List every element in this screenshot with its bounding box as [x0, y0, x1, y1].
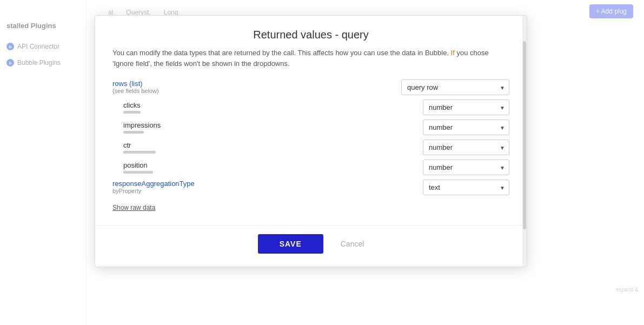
response-aggregation-sub: byProperty [112, 188, 195, 194]
response-aggregation-select[interactable]: text number boolean Ignore field [423, 180, 509, 195]
clicks-select[interactable]: number text boolean Ignore field [423, 100, 509, 115]
clicks-select-wrapper[interactable]: number text boolean Ignore field ▼ [423, 100, 509, 115]
field-info-impressions: impressions [123, 121, 161, 134]
field-name-clicks: clicks [123, 101, 141, 109]
field-name-position: position [123, 161, 153, 169]
ctr-select-wrapper[interactable]: number text boolean Ignore field ▼ [423, 140, 509, 155]
field-info-position: position [123, 161, 153, 174]
field-bar-position [123, 171, 153, 174]
modal-scrollbar-thumb [523, 41, 526, 229]
cancel-button[interactable]: Cancel [341, 240, 364, 248]
response-aggregation-select-wrapper[interactable]: text number boolean Ignore field ▼ [423, 180, 509, 195]
rows-label: rows (list) (see fields below) [112, 79, 159, 94]
modal-body: You can modify the data types that are r… [95, 48, 527, 221]
rows-select[interactable]: query row text number boolean Ignore fie… [401, 79, 509, 95]
field-info-ctr: ctr [123, 141, 156, 154]
field-info-clicks: clicks [123, 101, 141, 114]
modal-description-text: You can modify the data types that are r… [112, 49, 451, 57]
field-bar-ctr [123, 151, 156, 154]
impressions-select[interactable]: number text boolean Ignore field [423, 120, 509, 135]
modal-description: You can modify the data types that are r… [112, 48, 509, 69]
save-button[interactable]: SAVE [258, 234, 323, 254]
field-bar-impressions [123, 131, 144, 134]
response-aggregation-row: responseAggregationType byProperty text … [112, 180, 509, 195]
field-bar-clicks [123, 111, 141, 114]
response-aggregation-info: responseAggregationType byProperty [112, 180, 195, 194]
rows-sub: (see fields below) [112, 88, 159, 94]
modal-description-highlight: If [451, 49, 455, 57]
modal-title: Returned values - query [108, 29, 514, 41]
position-select[interactable]: number text boolean Ignore field [423, 160, 509, 175]
impressions-select-wrapper[interactable]: number text boolean Ignore field ▼ [423, 120, 509, 135]
modal-dialog: Returned values - query You can modify t… [95, 15, 527, 267]
modal-scrollbar[interactable] [522, 16, 527, 267]
modal-header: Returned values - query [95, 16, 527, 48]
field-name-impressions: impressions [123, 121, 161, 129]
field-row-clicks: clicks number text boolean Ignore field … [123, 100, 509, 115]
position-select-wrapper[interactable]: number text boolean Ignore field ▼ [423, 160, 509, 175]
field-name-ctr: ctr [123, 141, 156, 149]
rows-section: rows (list) (see fields below) query row… [112, 79, 509, 95]
field-row-position: position number text boolean Ignore fiel… [123, 160, 509, 175]
modal-footer: SAVE Cancel [95, 225, 527, 267]
field-row-ctr: ctr number text boolean Ignore field ▼ [123, 140, 509, 155]
rows-select-wrapper[interactable]: query row text number boolean Ignore fie… [401, 79, 509, 95]
rows-name: rows (list) [112, 79, 143, 88]
show-raw-data-link[interactable]: Show raw data [112, 204, 155, 211]
response-aggregation-name: responseAggregationType [112, 180, 195, 188]
fields-container: clicks number text boolean Ignore field … [123, 100, 509, 175]
field-row-impressions: impressions number text boolean Ignore f… [123, 120, 509, 135]
ctr-select[interactable]: number text boolean Ignore field [423, 140, 509, 155]
